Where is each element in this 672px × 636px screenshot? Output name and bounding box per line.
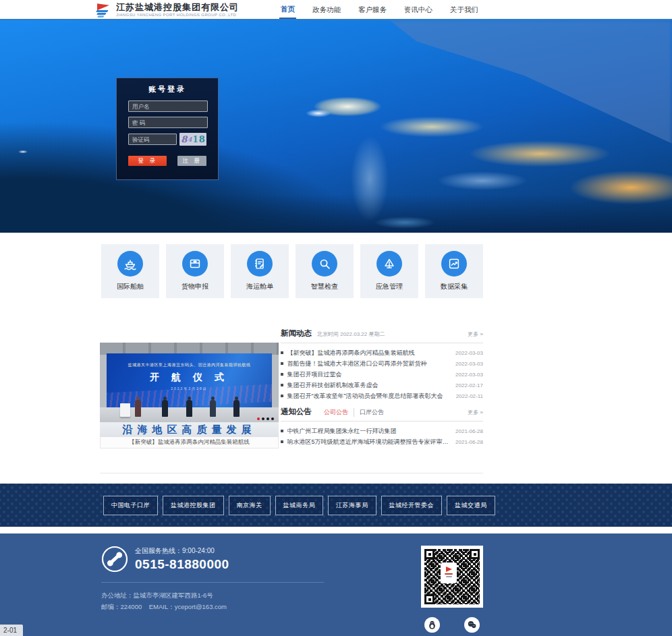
captcha-image[interactable]: 8 4 1 8 — [179, 133, 206, 146]
email-address: EMAIL：yceport@163.com — [149, 603, 227, 610]
postal-email-line: 邮编：224000 EMAIL：yceport@163.com — [101, 601, 324, 612]
link-yancheng-transport-bureau[interactable]: 盐城交通局 — [447, 496, 495, 515]
partner-links: 中国电子口岸 盐城港控股集团 南京海关 盐城商务局 江苏海事局 盐城经开管委会 … — [103, 496, 495, 515]
slide-route-text: 盐城港大丰港区至上海港宜东码头、宿迁港内河集装箱班轮航线 — [107, 362, 272, 368]
header: 江苏盐城港控股集团有限公司 JIANGSU YANCHENG PORT HOLD… — [0, 0, 672, 20]
news-list-item[interactable]: 集团召开“改革攻坚年”活动动员会暨年度总结部署表彰大会2022-02-11 — [281, 391, 483, 401]
nav-item-home[interactable]: 首页 — [279, 1, 296, 19]
news-list: 【新突破】盐城港再添两条内河精品集装箱航线2022-03-03 首船告捷！盐城港… — [281, 343, 483, 403]
service-label: 数据采集 — [441, 282, 468, 291]
container-icon — [182, 251, 208, 277]
hotline-number: 0515-81880000 — [135, 557, 229, 572]
captcha-digit: 8 — [181, 134, 187, 144]
news-more-link[interactable]: 更多 » — [468, 330, 483, 338]
nav-item-about-us[interactable]: 关于我们 — [449, 1, 480, 18]
carousel-dot[interactable] — [257, 417, 260, 420]
slide-ceremony-title: 开 航 仪 式 — [107, 372, 272, 384]
login-button[interactable]: 登 录 — [128, 156, 167, 166]
tab-port-notices[interactable]: 口岸公告 — [354, 408, 389, 417]
nav-item-customer-service[interactable]: 客户服务 — [357, 1, 388, 18]
captcha-row: 8 4 1 8 — [128, 133, 206, 150]
partner-links-band: 中国电子口岸 盐城港控股集团 南京海关 盐城商务局 江苏海事局 盐城经开管委会 … — [0, 484, 672, 527]
service-card-cargo-declaration[interactable]: 货物申报 — [166, 244, 224, 298]
service-label: 国际船舶 — [117, 282, 144, 291]
service-card-emergency-management[interactable]: 应急管理 — [360, 244, 418, 298]
company-name: 江苏盐城港控股集团有限公司 — [116, 3, 239, 11]
news-list-item[interactable]: 【新突破】盐城港再添两条内河精品集装箱航线2022-03-03 — [281, 347, 483, 358]
link-nanjing-customs[interactable]: 南京海关 — [229, 496, 271, 515]
captcha-input[interactable] — [128, 134, 177, 145]
company-logo[interactable]: 江苏盐城港控股集团有限公司 JIANGSU YANCHENG PORT HOLD… — [94, 2, 239, 17]
notice-list-item[interactable]: 响水港区5万吨级航道近岸海域环境功能调整报告专家评审会在南京顺利召开2021-0… — [281, 436, 483, 447]
news-list-item[interactable]: 集团召开项目过堂会2022-03-03 — [281, 369, 483, 380]
qr-center-logo — [442, 564, 455, 582]
service-card-sea-manifest[interactable]: 海运舱单 — [231, 244, 289, 298]
hero-photo-city-lights — [0, 20, 672, 233]
magnifier-icon — [312, 251, 337, 277]
slide-bottom-banner: 沿海地区高质量发展 — [100, 422, 279, 437]
notice-list-item[interactable]: 中铁广州工程局集团朱永红一行拜访集团2021-06-28 — [281, 426, 483, 436]
notices-title: 通知公告 — [281, 407, 312, 417]
service-label: 海运舱单 — [246, 282, 273, 291]
tab-company-notices[interactable]: 公司公告 — [318, 408, 354, 417]
news-list-item[interactable]: 首船告捷！盐城港大丰港区港口公司再添外贸新货种2022-03-03 — [281, 358, 483, 369]
link-yancheng-commerce-bureau[interactable]: 盐城商务局 — [275, 496, 324, 515]
link-yancheng-edz-committee[interactable]: 盐城经开管委会 — [381, 496, 443, 515]
login-buttons: 登 录 注 册 — [128, 156, 206, 166]
sail-logo-icon — [94, 2, 112, 17]
footer-contact: 全国服务热线：9:00-24:00 0515-81880000 办公地址：盐城市… — [101, 546, 324, 633]
nav-item-gov-functions[interactable]: 政务功能 — [311, 1, 342, 18]
postal-code: 邮编：224000 — [101, 603, 142, 610]
ship-icon — [117, 251, 143, 277]
news-header: 新闻动态 北京时间 2022.03.22 星期二 更多 » — [281, 328, 483, 343]
service-shortcuts: 国际船舶 货物申报 海运舱单 — [101, 244, 672, 298]
news-list-item[interactable]: 集团召开科技创新机制改革务虚会2022-02-17 — [281, 380, 483, 391]
notice-tabs: 公司公告 口岸公告 — [318, 408, 389, 417]
carousel-dot[interactable] — [262, 417, 264, 420]
link-china-eport[interactable]: 中国电子口岸 — [103, 496, 158, 515]
news-lists: 新闻动态 北京时间 2022.03.22 星期二 更多 » 【新突破】盐城港再添… — [281, 328, 483, 449]
carousel-caption[interactable]: 【新突破】盐城港再添两条内河精品集装箱航线 — [100, 437, 279, 449]
wechat-icon[interactable] — [464, 617, 480, 633]
qq-icon[interactable] — [424, 617, 440, 633]
logo-text: 江苏盐城港控股集团有限公司 JIANGSU YANCHENG PORT HOLD… — [116, 3, 239, 17]
carousel-dot[interactable] — [267, 417, 269, 420]
footer: 全国服务热线：9:00-24:00 0515-81880000 办公地址：盐城市… — [0, 533, 672, 636]
manifest-document-icon — [247, 251, 273, 277]
carousel-dots — [257, 417, 274, 420]
news-title: 新闻动态 — [281, 328, 312, 339]
alert-icon — [376, 251, 402, 277]
social-icons — [421, 617, 483, 633]
login-panel: 账号登录 8 4 1 8 登 录 注 册 — [116, 78, 219, 180]
nav-item-news-center[interactable]: 资讯中心 — [403, 1, 434, 18]
beijing-time: 北京时间 2022.03.22 星期二 — [317, 330, 385, 338]
news-carousel: 盐城港大丰港区至上海港宜东码头、宿迁港内河集装箱班轮航线 开 航 仪 式 202… — [100, 328, 279, 449]
notices-list: 中铁广州工程局集团朱永红一行拜访集团2021-06-28 响水港区5万吨级航道近… — [281, 422, 483, 449]
service-card-data-collection[interactable]: 数据采集 — [425, 244, 483, 298]
captcha-digit: 1 — [192, 135, 198, 144]
main-nav: 首页 政务功能 客户服务 资讯中心 关于我们 — [279, 1, 480, 19]
carousel-slide-image[interactable]: 盐城港大丰港区至上海港宜东码头、宿迁港内河集装箱班轮航线 开 航 仪 式 202… — [100, 343, 279, 437]
carousel-dot[interactable] — [271, 417, 274, 420]
chart-icon — [441, 251, 467, 277]
service-label: 货物申报 — [181, 282, 208, 291]
hotline-label: 全国服务热线：9:00-24:00 — [135, 546, 229, 556]
hero-banner: 账号登录 8 4 1 8 登 录 注 册 — [0, 20, 672, 233]
office-address: 办公地址：盐城市亭湖区建军西路1-6号 — [101, 589, 324, 601]
service-card-international-ships[interactable]: 国际船舶 — [101, 244, 159, 298]
page: 江苏盐城港控股集团有限公司 JIANGSU YANCHENG PORT HOLD… — [0, 0, 672, 636]
service-card-smart-inspection[interactable]: 智慧检查 — [296, 244, 354, 298]
notices-header: 通知公告 公司公告 口岸公告 更多 » — [281, 407, 483, 422]
link-jiangsu-maritime-bureau[interactable]: 江苏海事局 — [328, 496, 376, 515]
qr-code — [421, 546, 483, 608]
notices-more-link[interactable]: 更多 » — [468, 409, 483, 416]
username-input[interactable] — [128, 100, 208, 112]
login-title: 账号登录 — [128, 84, 206, 94]
footer-divider — [101, 582, 324, 583]
password-input[interactable] — [128, 117, 208, 128]
link-yancheng-port-group[interactable]: 盐城港控股集团 — [163, 496, 224, 515]
register-button[interactable]: 注 册 — [177, 156, 206, 166]
corner-badge: 2-01 — [0, 625, 23, 636]
company-name-en: JIANGSU YANCHENG PORT HOLDINGS GROUP CO.… — [116, 13, 239, 17]
phone-icon — [101, 546, 128, 573]
